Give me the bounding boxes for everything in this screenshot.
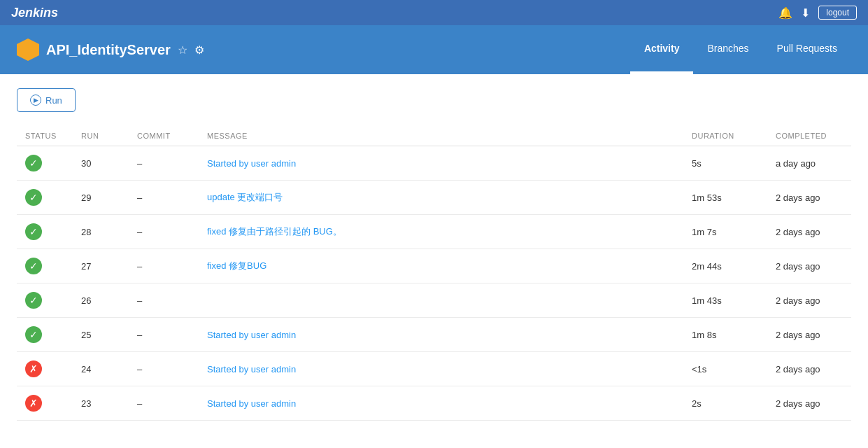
- download-icon[interactable]: ⬇: [801, 6, 810, 20]
- col-header-status: STATUS: [17, 126, 73, 146]
- table-row: ✗24–Started by user admin<1s2 days ago: [17, 352, 851, 386]
- cell-status: ✓: [17, 181, 73, 215]
- table-row: ✓30–Started by user admin5sa day ago: [17, 146, 851, 181]
- table-row: ✓27–fixed 修复BUG2m 44s2 days ago: [17, 249, 851, 284]
- cell-duration: 1m 43s: [683, 284, 767, 318]
- cell-completed: 2 days ago: [767, 352, 851, 386]
- cell-run: 26: [73, 284, 129, 318]
- cell-completed: 2 days ago: [767, 318, 851, 352]
- cell-commit: –: [129, 386, 199, 421]
- cell-commit: –: [129, 352, 199, 386]
- message-link[interactable]: Started by user admin: [207, 158, 296, 169]
- cell-message: [199, 284, 683, 318]
- cell-message[interactable]: Started by user admin: [199, 318, 683, 352]
- table-row: ✓26–1m 43s2 days ago: [17, 284, 851, 318]
- project-title: API_IdentityServer: [46, 42, 171, 58]
- jenkins-logo: Jenkins: [11, 6, 58, 20]
- content-area: ▶ Run STATUS RUN COMMIT MESSAGE DURATION…: [0, 74, 868, 448]
- cell-duration: 1m 53s: [683, 181, 767, 215]
- activity-table: STATUS RUN COMMIT MESSAGE DURATION COMPL…: [17, 126, 851, 421]
- cell-commit: –: [129, 181, 199, 215]
- cell-commit: –: [129, 284, 199, 318]
- col-header-duration: DURATION: [683, 126, 767, 146]
- table-row: ✓28–fixed 修复由于路径引起的 BUG。1m 7s2 days ago: [17, 215, 851, 249]
- cell-message[interactable]: Started by user admin: [199, 352, 683, 386]
- message-link[interactable]: fixed 修复BUG: [207, 260, 266, 271]
- cell-run: 23: [73, 386, 129, 421]
- cell-run: 30: [73, 146, 129, 181]
- cell-commit: –: [129, 318, 199, 352]
- cell-run: 25: [73, 318, 129, 352]
- table-header-row: STATUS RUN COMMIT MESSAGE DURATION COMPL…: [17, 126, 851, 146]
- table-row: ✓29–update 更改端口号1m 53s2 days ago: [17, 181, 851, 215]
- cell-completed: 2 days ago: [767, 249, 851, 284]
- logout-button[interactable]: logout: [818, 6, 857, 20]
- success-icon: ✓: [25, 258, 42, 274]
- col-header-run: RUN: [73, 126, 129, 146]
- success-icon: ✓: [25, 223, 42, 240]
- cell-duration: 1m 7s: [683, 215, 767, 249]
- cell-run: 27: [73, 249, 129, 284]
- cell-completed: 2 days ago: [767, 215, 851, 249]
- col-header-commit: COMMIT: [129, 126, 199, 146]
- message-link[interactable]: Started by user admin: [207, 398, 296, 409]
- cell-commit: –: [129, 146, 199, 181]
- success-icon: ✓: [25, 155, 42, 172]
- message-link[interactable]: update 更改端口号: [207, 192, 283, 202]
- col-header-message: MESSAGE: [199, 126, 683, 146]
- cell-status: ✓: [17, 249, 73, 284]
- play-icon: ▶: [30, 94, 41, 106]
- cell-duration: 2m 44s: [683, 249, 767, 284]
- cell-message[interactable]: update 更改端口号: [199, 181, 683, 215]
- fail-icon: ✗: [25, 360, 42, 377]
- top-nav-right: 🔔 ⬇ logout: [778, 6, 857, 20]
- top-navbar: Jenkins 🔔 ⬇ logout: [0, 0, 868, 25]
- nav-item-branches[interactable]: Branches: [693, 25, 762, 74]
- cell-duration: 2s: [683, 386, 767, 421]
- project-header: API_IdentityServer ☆ ⚙ Activity Branches…: [0, 25, 868, 74]
- cell-duration: <1s: [683, 352, 767, 386]
- fail-icon: ✗: [25, 395, 42, 412]
- cell-status: ✗: [17, 352, 73, 386]
- success-icon: ✓: [25, 189, 42, 206]
- cell-completed: 2 days ago: [767, 386, 851, 421]
- cell-run: 24: [73, 352, 129, 386]
- cell-commit: –: [129, 249, 199, 284]
- table-row: ✓25–Started by user admin1m 8s2 days ago: [17, 318, 851, 352]
- cell-message[interactable]: Started by user admin: [199, 386, 683, 421]
- project-nav: Activity Branches Pull Requests: [630, 25, 851, 74]
- favorite-star-icon[interactable]: ☆: [178, 43, 187, 57]
- cell-status: ✓: [17, 215, 73, 249]
- success-icon: ✓: [25, 326, 42, 343]
- message-link[interactable]: fixed 修复由于路径引起的 BUG。: [207, 226, 342, 237]
- cell-message[interactable]: fixed 修复BUG: [199, 249, 683, 284]
- cell-duration: 1m 8s: [683, 318, 767, 352]
- cell-status: ✗: [17, 386, 73, 421]
- cell-message[interactable]: Started by user admin: [199, 146, 683, 181]
- nav-item-pull-requests[interactable]: Pull Requests: [763, 25, 851, 74]
- table-row: ✗23–Started by user admin2s2 days ago: [17, 386, 851, 421]
- cell-completed: 2 days ago: [767, 181, 851, 215]
- cell-duration: 5s: [683, 146, 767, 181]
- cell-run: 28: [73, 215, 129, 249]
- cell-status: ✓: [17, 318, 73, 352]
- cell-status: ✓: [17, 146, 73, 181]
- success-icon: ✓: [25, 292, 42, 309]
- settings-gear-icon[interactable]: ⚙: [194, 43, 204, 57]
- nav-item-activity[interactable]: Activity: [630, 25, 694, 74]
- project-icon: [17, 38, 39, 61]
- notification-icon[interactable]: 🔔: [778, 6, 792, 20]
- message-link[interactable]: Started by user admin: [207, 364, 296, 374]
- run-button[interactable]: ▶ Run: [17, 88, 76, 112]
- cell-completed: a day ago: [767, 146, 851, 181]
- cell-commit: –: [129, 215, 199, 249]
- message-link[interactable]: Started by user admin: [207, 330, 296, 340]
- cell-message[interactable]: fixed 修复由于路径引起的 BUG。: [199, 215, 683, 249]
- cell-run: 29: [73, 181, 129, 215]
- cell-completed: 2 days ago: [767, 284, 851, 318]
- project-left: API_IdentityServer ☆ ⚙: [17, 38, 204, 61]
- run-button-label: Run: [45, 95, 62, 106]
- cell-status: ✓: [17, 284, 73, 318]
- col-header-completed: COMPLETED: [767, 126, 851, 146]
